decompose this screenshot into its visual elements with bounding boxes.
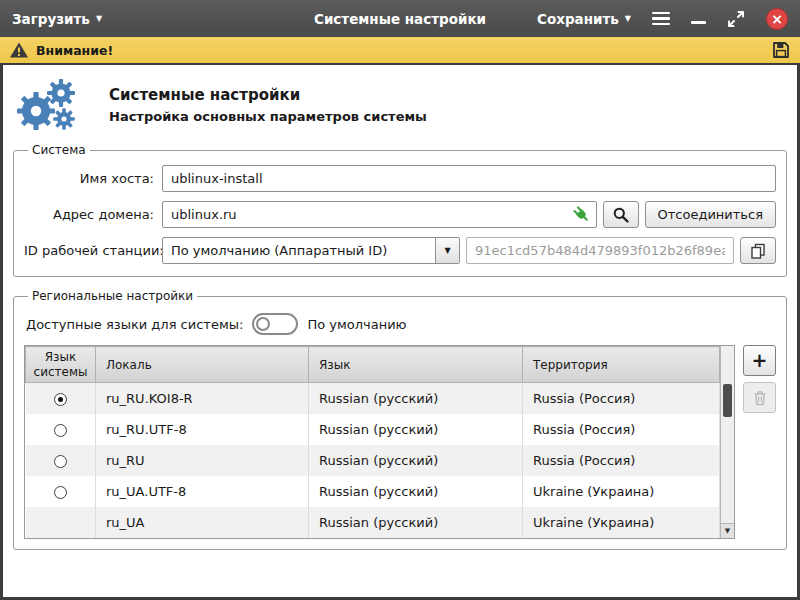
languages-toggle[interactable] (252, 313, 298, 335)
table-row[interactable]: ru_UA Russian (русский) Ukraine (Украина… (26, 507, 720, 538)
cell-territory: Russia (Россия) (523, 445, 720, 476)
page-header: Системные настройки Настройка основных п… (3, 65, 797, 141)
table-side-buttons: + (743, 345, 776, 413)
system-group: Система Имя хоста: Адрес домена: (13, 143, 787, 277)
hardware-id-field[interactable] (466, 237, 734, 264)
cell-language: Russian (русский) (309, 507, 523, 538)
chevron-down-icon: ▼ (725, 527, 730, 535)
save-config-button[interactable] (771, 40, 791, 60)
copy-icon (749, 242, 767, 260)
load-menu-label: Загрузить (12, 11, 90, 27)
copy-id-button[interactable] (740, 237, 776, 264)
table-row[interactable]: ru_RU Russian (русский) Russia (Россия) (26, 445, 720, 476)
page-subtitle: Настройка основных параметров системы (109, 109, 427, 124)
chevron-down-icon: ▼ (96, 15, 102, 23)
system-language-radio[interactable] (54, 393, 67, 406)
toggle-state-label: По умолчанию (307, 317, 406, 332)
hostname-input[interactable] (162, 165, 776, 192)
load-menu-button[interactable]: Загрузить ▼ (12, 11, 102, 27)
save-menu-button[interactable]: Сохранить ▼ (537, 11, 631, 27)
chevron-down-icon: ▼ (625, 15, 631, 23)
domain-row: Адрес домена: (24, 201, 776, 228)
minimize-icon (691, 21, 706, 24)
maximize-button[interactable] (727, 10, 745, 28)
maximize-icon (727, 10, 745, 28)
page-title: Системные настройки (109, 86, 427, 104)
locale-table-zone: Язык системы Локаль Язык Территория ru_R… (24, 345, 776, 539)
domain-search-button[interactable] (603, 201, 639, 228)
station-id-selected-option: По умолчанию (Аппаратный ID) (163, 243, 435, 258)
scrollbar-thumb[interactable] (723, 384, 732, 417)
cell-locale: ru_UA.UTF-8 (96, 476, 309, 507)
available-languages-row: Доступные языки для системы: По умолчани… (26, 313, 776, 335)
titlebar: Загрузить ▼ Системные настройки Сохранит… (0, 0, 800, 37)
cell-locale: ru_RU.KOI8-R (96, 383, 309, 414)
add-locale-button[interactable]: + (743, 345, 776, 376)
page-header-text: Системные настройки Настройка основных п… (109, 86, 427, 124)
cell-language: Russian (русский) (309, 414, 523, 445)
minimize-button[interactable] (691, 14, 706, 24)
system-language-radio[interactable] (54, 486, 67, 499)
delete-locale-button[interactable] (743, 382, 776, 413)
cell-territory: Russia (Россия) (523, 414, 720, 445)
warning-text: Внимание! (36, 43, 113, 58)
system-language-radio[interactable] (54, 455, 67, 468)
available-languages-label: Доступные языки для системы: (26, 317, 243, 332)
warning-bar: Внимание! (0, 37, 800, 65)
locale-table-container: Язык системы Локаль Язык Территория ru_R… (24, 345, 735, 539)
save-menu-label: Сохранить (537, 11, 619, 27)
hostname-row: Имя хоста: (24, 165, 776, 192)
chevron-down-icon: ▼ (435, 238, 459, 263)
gears-icon (15, 78, 77, 132)
close-button[interactable]: × (766, 8, 788, 30)
domain-label: Адрес домена: (24, 207, 154, 222)
plug-connected-icon (572, 205, 591, 227)
hamburger-icon (652, 12, 670, 26)
table-row[interactable]: ru_RU.UTF-8 Russian (русский) Russia (Ро… (26, 414, 720, 445)
column-header-locale: Локаль (96, 347, 309, 383)
cell-language: Russian (русский) (309, 476, 523, 507)
close-icon: × (771, 12, 783, 26)
domain-input[interactable] (162, 201, 597, 228)
cell-locale: ru_RU.UTF-8 (96, 414, 309, 445)
plus-icon: + (752, 351, 768, 370)
cell-language: Russian (русский) (309, 445, 523, 476)
column-header-language: Язык (309, 347, 523, 383)
cell-language: Russian (русский) (309, 383, 523, 414)
station-id-row: ID рабочей станции: По умолчанию (Аппара… (24, 237, 776, 264)
locale-table: Язык системы Локаль Язык Территория ru_R… (25, 346, 720, 538)
cell-territory: Russia (Россия) (523, 383, 720, 414)
trash-icon (751, 389, 769, 407)
hostname-label: Имя хоста: (24, 171, 154, 186)
table-header-row: Язык системы Локаль Язык Территория (26, 347, 720, 383)
table-row[interactable]: ru_RU.KOI8-R Russian (русский) Russia (Р… (26, 383, 720, 414)
column-header-system-language: Язык системы (26, 347, 96, 383)
domain-input-wrap (162, 201, 597, 228)
cell-territory: Ukraine (Украина) (523, 476, 720, 507)
system-language-radio[interactable] (54, 424, 67, 437)
warning-icon (9, 41, 29, 59)
cell-locale: ru_RU (96, 445, 309, 476)
titlebar-left: Загрузить ▼ (12, 11, 102, 27)
scroll-down-button[interactable]: ▼ (721, 523, 734, 538)
table-row[interactable]: ru_UA.UTF-8 Russian (русский) Ukraine (У… (26, 476, 720, 507)
main-menu-button[interactable] (652, 12, 670, 26)
regional-group-legend: Региональные настройки (28, 289, 197, 303)
station-id-combobox[interactable]: По умолчанию (Аппаратный ID) ▼ (162, 237, 460, 264)
cell-locale: ru_UA (96, 507, 309, 538)
column-header-territory: Территория (523, 347, 720, 383)
system-group-legend: Система (28, 143, 90, 157)
regional-group: Региональные настройки Доступные языки д… (13, 289, 787, 550)
titlebar-right: Сохранить ▼ × (537, 8, 788, 30)
disconnect-button[interactable]: Отсоединиться (645, 201, 777, 228)
toggle-knob-icon (256, 317, 270, 331)
station-id-label: ID рабочей станции: (24, 243, 154, 258)
main-content: Системные настройки Настройка основных п… (3, 65, 797, 597)
app-window: Загрузить ▼ Системные настройки Сохранит… (0, 0, 800, 600)
floppy-save-icon (771, 40, 791, 60)
vertical-scrollbar[interactable]: ▼ (720, 346, 734, 538)
cell-territory: Ukraine (Украина) (523, 507, 720, 538)
search-icon (612, 206, 630, 224)
